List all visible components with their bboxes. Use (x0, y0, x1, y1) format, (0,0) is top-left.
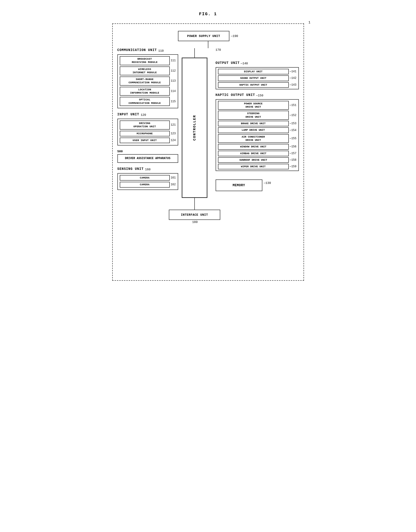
power-src-drive-box: POWER SOURCEDRIVE UNIT (218, 101, 289, 110)
haptic-section: HAPTIC OUTPUT UNIT —150 POWER SOURCEDRIV… (216, 93, 299, 171)
memory-section: MEMORY —130 (216, 175, 299, 191)
haptic-mod-row-7: SUNROOF DRIVE UNIT —158 (218, 157, 296, 163)
comm-module-row-0: BROADCASTRECEIVING MODULE 111 (120, 56, 176, 65)
wireless-module-box: WIRELESSINTERNET MODULE (120, 67, 170, 76)
camera1-box: CAMERA (120, 175, 170, 181)
microphone-box: MICROPHONE (120, 131, 170, 136)
haptic-mod-row-5: WINDOW DRIVE UNIT —156 (218, 144, 296, 149)
comm-module-row-2: SHORT-RANGECOMMUNICATION MODULE 113 (120, 77, 176, 86)
driving-op-box: DRIVINGOPERATION UNIT (120, 120, 170, 130)
wiper-drive-box: WIPER DRIVE UNIT (218, 164, 289, 169)
lamp-drive-ref: 154 (291, 129, 296, 132)
haptic-mod-row-2: BRAKE DRIVE UNIT —153 (218, 121, 296, 126)
output-unit-ref: 140 (243, 62, 248, 65)
mid-column: CONTROLLER INTERFACE UNIT 180 (178, 48, 211, 224)
input-unit-box: DRIVINGOPERATION UNIT 121 MICROPHONE 123… (117, 119, 178, 145)
page: FIG. 1 1 POWER SUPPLY UNIT —190 (103, 5, 313, 288)
sound-row: SOUND OUTPUT UNIT —142 (218, 75, 296, 81)
memory-box: MEMORY (216, 179, 262, 191)
controller-ref-label: 170 (216, 48, 299, 52)
haptic-mod-row-3: LAMP DRIVE UNIT —154 (218, 127, 296, 133)
wiper-drive-ref: 159 (291, 165, 296, 168)
haptic-mod-row-0: POWER SOURCEDRIVE UNIT —151 (218, 101, 296, 110)
camera1-ref: 161 (171, 176, 176, 179)
interface-unit-label: INTERFACE UNIT (181, 213, 208, 217)
sound-output-box: SOUND OUTPUT UNIT (218, 75, 289, 81)
sensing-module-row-1: CAMERA 162 (120, 182, 176, 187)
memory-ref: 130 (265, 181, 271, 185)
haptic-unit-box: POWER SOURCEDRIVE UNIT —151 STEERINGDRIV… (216, 99, 299, 171)
power-supply-label: POWER SUPPLY UNIT (187, 34, 220, 38)
haptic-output-box: HAPTIC OUTPUT UNIT (218, 82, 289, 88)
display-unit-ref: 141 (291, 70, 296, 73)
haptic-unit-ref: 150 (258, 94, 263, 97)
aircond-drive-box: AIR CONDITIONERDRIVE UNIT (218, 134, 289, 143)
driver-assist-ref-label: 500 (117, 150, 123, 153)
interface-ref-val: 180 (192, 220, 198, 224)
location-module-box: LOCATIONINFORMATION MODULE (120, 87, 170, 96)
comm-unit-ref: 110 (158, 49, 164, 53)
power-supply-box: POWER SUPPLY UNIT (178, 31, 229, 41)
user-input-ref: 124 (171, 139, 176, 142)
input-unit-label: INPUT UNIT (117, 113, 139, 116)
controller-box: CONTROLLER (182, 58, 208, 198)
display-row: DISPLAY UNIT —141 (218, 69, 296, 74)
optical-module-box: OPTICALCOMMUNICATION MODULE (120, 97, 170, 106)
shortrange-module-box: SHORT-RANGECOMMUNICATION MODULE (120, 77, 170, 86)
sensing-unit-box: CAMERA 161 CAMERA 162 (117, 173, 178, 190)
window-drive-ref: 156 (291, 145, 296, 148)
right-column: 170 OUTPUT UNIT —140 DISPLAY UNIT —141 S… (211, 48, 299, 191)
driving-op-ref: 121 (171, 123, 176, 126)
location-module-ref: 114 (171, 90, 176, 93)
comm-module-row-4: OPTICALCOMMUNICATION MODULE 115 (120, 97, 176, 106)
comm-module-row-1: WIRELESSINTERNET MODULE 112 (120, 67, 176, 76)
memory-label: MEMORY (233, 184, 245, 187)
comm-unit-box: BROADCASTRECEIVING MODULE 111 WIRELESSIN… (117, 54, 178, 108)
comm-unit-label: COMMUNICATION UNIT (117, 48, 157, 52)
input-module-row-1: MICROPHONE 123 (120, 131, 176, 136)
microphone-ref: 123 (171, 132, 176, 135)
broadcast-module-box: BROADCASTRECEIVING MODULE (120, 56, 170, 65)
wireless-module-ref: 112 (171, 69, 176, 73)
outer-ref: 1 (308, 20, 310, 24)
steering-drive-box: STEERINGDRIVE UNIT (218, 111, 289, 120)
airbag-drive-ref: 157 (291, 152, 296, 155)
interface-unit-box: INTERFACE UNIT (169, 210, 220, 220)
haptic-mod-row-8: WIPER DRIVE UNIT —159 (218, 164, 296, 169)
input-module-row-2: USER INPUT UNIT 124 (120, 137, 176, 143)
haptic-output-ref: 143 (291, 83, 296, 87)
figure-title: FIG. 1 (112, 12, 304, 16)
sensing-unit-ref: 160 (145, 168, 150, 171)
sensing-module-row-0: CAMERA 161 (120, 175, 176, 181)
sound-output-ref: 142 (291, 77, 296, 80)
haptic-mod-row-6: AIRBAG DRIVE UNIT —157 (218, 151, 296, 156)
user-input-box: USER INPUT UNIT (120, 137, 170, 143)
aircond-drive-ref: 155 (291, 137, 296, 140)
controller-label: CONTROLLER (192, 115, 196, 141)
shortrange-module-ref: 113 (171, 79, 176, 83)
haptic-unit-label: HAPTIC OUTPUT UNIT (216, 93, 255, 97)
output-unit-box: DISPLAY UNIT —141 SOUND OUTPUT UNIT —142… (216, 67, 299, 89)
window-drive-box: WINDOW DRIVE UNIT (218, 144, 289, 149)
driver-assist-box: DRIVER ASSISTANCE APPARATUS (117, 154, 178, 163)
output-section: OUTPUT UNIT —140 DISPLAY UNIT —141 SOUND… (216, 61, 299, 89)
broadcast-module-ref: 111 (171, 59, 176, 62)
haptic-mod-row-4: AIR CONDITIONERDRIVE UNIT —155 (218, 134, 296, 143)
diagram-outer: 1 POWER SUPPLY UNIT —190 COMMUN (112, 23, 304, 281)
lamp-drive-box: LAMP DRIVE UNIT (218, 127, 289, 133)
brake-drive-box: BRAKE DRIVE UNIT (218, 121, 289, 126)
power-src-drive-ref: 151 (291, 104, 296, 107)
haptic-out-row: HAPTIC OUTPUT UNIT —143 (218, 82, 296, 88)
airbag-drive-box: AIRBAG DRIVE UNIT (218, 151, 289, 156)
driver-assist-label: DRIVER ASSISTANCE APPARATUS (120, 156, 176, 161)
camera2-ref: 162 (171, 183, 176, 186)
input-module-row-0: DRIVINGOPERATION UNIT 121 (120, 120, 176, 130)
sunroof-drive-box: SUNROOF DRIVE UNIT (218, 157, 289, 163)
brake-drive-ref: 153 (291, 122, 296, 125)
display-unit-box: DISPLAY UNIT (218, 69, 289, 74)
optical-module-ref: 115 (171, 100, 176, 103)
comm-module-row-3: LOCATIONINFORMATION MODULE 114 (120, 87, 176, 96)
output-unit-label: OUTPUT UNIT (216, 61, 240, 65)
camera2-box: CAMERA (120, 182, 170, 187)
sunroof-drive-ref: 158 (291, 158, 296, 162)
